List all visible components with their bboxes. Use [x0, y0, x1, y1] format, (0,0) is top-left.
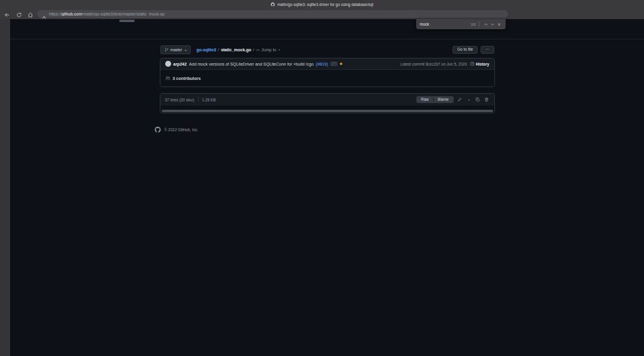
more-options-button[interactable]: ··· — [481, 46, 494, 54]
extensions-row — [514, 10, 642, 18]
file-header: 37 lines (30 sloc) 1.26 KB Raw Blame — [160, 94, 494, 106]
commit-author-avatar[interactable] — [165, 61, 171, 67]
contributors-bar[interactable]: 3 contributors — [160, 69, 494, 86]
jump-to-button[interactable]: Jump to — [261, 48, 276, 52]
chevron-down-icon — [278, 48, 281, 51]
code-view — [160, 106, 494, 109]
go-to-file-button[interactable]: Go to file — [453, 46, 478, 54]
divider — [479, 21, 479, 27]
branch-selector-button[interactable]: master — [160, 45, 191, 54]
copyright-text: © 2022 GitHub, Inc. — [165, 128, 199, 132]
chevron-down-icon — [184, 48, 187, 51]
commit-author-link[interactable]: arp242 — [174, 62, 187, 66]
back-button[interactable] — [3, 10, 11, 18]
history-clock-icon — [470, 61, 475, 67]
browser-window: mattn/go-sqlite3: sqlite3 driver for go … — [0, 0, 644, 356]
commit-box: arp242 Add mock versions of SQLiteDriver… — [160, 58, 495, 87]
commit-message-link[interactable]: Add mock versions of SQLiteDriver and SQ… — [189, 62, 314, 66]
window-title: mattn/go-sqlite3: sqlite3 driver for go … — [277, 2, 373, 7]
github-logo-icon — [154, 126, 161, 133]
pull-request-link[interactable]: (#819) — [316, 62, 328, 66]
find-in-page-bar: mock 2/2 — [416, 19, 506, 29]
titlebar: mattn/go-sqlite3: sqlite3 driver for go … — [0, 0, 644, 9]
latest-commit-bar: arp242 Add mock versions of SQLiteDriver… — [160, 58, 494, 69]
raw-button[interactable]: Raw — [417, 97, 433, 103]
contributors-count: 3 contributors — [173, 76, 201, 81]
find-close-button[interactable] — [496, 21, 502, 27]
commit-status-icon[interactable] — [340, 63, 342, 65]
edit-dropdown-caret[interactable] — [466, 97, 472, 103]
scrolled-header-remnant — [119, 20, 135, 22]
horizontal-scrollbar[interactable] — [162, 110, 493, 112]
commit-description-toggle[interactable]: … — [330, 61, 338, 66]
page-footer: © 2022 GitHub, Inc. — [154, 126, 500, 133]
file-box: 37 lines (30 sloc) 1.26 KB Raw Blame — [160, 93, 495, 113]
github-favicon-icon — [271, 2, 275, 7]
home-button[interactable] — [26, 10, 34, 18]
edit-pencil-button[interactable] — [457, 97, 463, 103]
blame-button[interactable]: Blame — [433, 97, 453, 103]
copy-file-button[interactable] — [475, 97, 481, 103]
latest-commit-text: Latest commit 8cec2d7 on Jun 5, 2020 — [400, 62, 467, 66]
branch-icon — [165, 48, 169, 52]
delete-file-button[interactable] — [484, 97, 490, 103]
breadcrumb-row: master go-sqlite3 / static_mock.go / <> … — [160, 45, 494, 54]
breadcrumb: go-sqlite3 / static_mock.go / <> Jump to — [196, 48, 281, 52]
vertical-tab-strip — [0, 19, 10, 356]
find-next-button[interactable] — [489, 21, 496, 27]
refresh-button[interactable] — [15, 10, 23, 18]
raw-blame-group: Raw Blame — [416, 96, 453, 104]
find-input[interactable]: mock — [420, 22, 471, 26]
find-match-count: 2/2 — [471, 23, 476, 26]
breadcrumb-file-name: static_mock.go — [221, 48, 251, 52]
url-text: https://github.com/mattn/go-sqlite3/blob… — [49, 12, 502, 16]
divider — [198, 97, 199, 102]
file-line-count: 37 lines (30 sloc) — [165, 98, 194, 102]
repo-nav — [10, 19, 644, 39]
breadcrumb-repo-link[interactable]: go-sqlite3 — [196, 48, 216, 52]
address-bar[interactable]: https://github.com/mattn/go-sqlite3/blob… — [37, 10, 508, 18]
find-previous-button[interactable] — [482, 21, 489, 27]
code-glyph-icon: <> — [256, 48, 259, 52]
people-icon — [165, 73, 171, 83]
history-button[interactable]: History — [470, 61, 489, 67]
lock-icon — [42, 12, 47, 17]
github-page: master go-sqlite3 / static_mock.go / <> … — [10, 19, 644, 356]
file-size: 1.26 KB — [202, 98, 216, 102]
